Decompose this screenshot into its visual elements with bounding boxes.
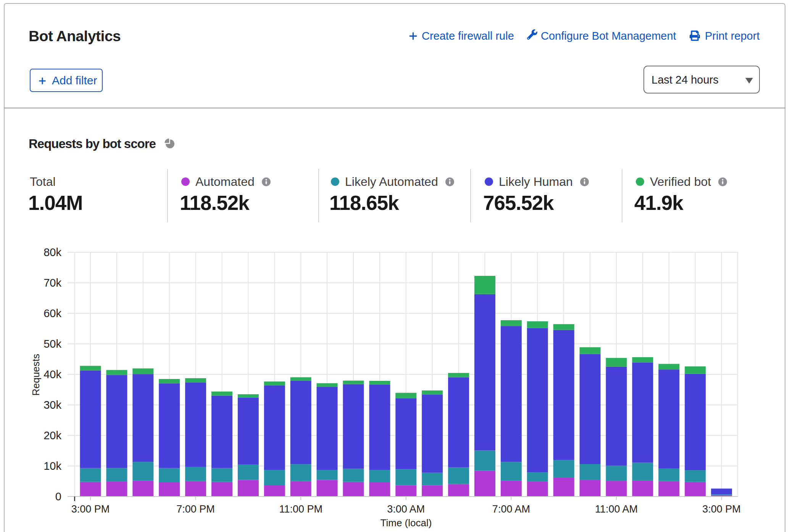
svg-text:50k: 50k	[44, 338, 61, 350]
svg-text:3:00 PM: 3:00 PM	[71, 503, 110, 515]
svg-text:10k: 10k	[44, 460, 61, 472]
svg-text:80k: 80k	[44, 246, 61, 258]
svg-text:20k: 20k	[44, 429, 61, 442]
svg-text:3:00 PM: 3:00 PM	[702, 503, 741, 515]
svg-text:7:00 AM: 7:00 AM	[492, 503, 530, 515]
svg-text:11:00 AM: 11:00 AM	[595, 503, 638, 515]
svg-text:7:00 PM: 7:00 PM	[176, 503, 215, 515]
svg-text:11:00 PM: 11:00 PM	[279, 503, 322, 515]
svg-text:Requests: Requests	[30, 354, 42, 396]
svg-text:Time (local): Time (local)	[380, 517, 432, 529]
svg-text:0: 0	[55, 490, 61, 503]
svg-text:40k: 40k	[44, 368, 61, 380]
svg-text:70k: 70k	[44, 277, 61, 289]
svg-text:3:00 AM: 3:00 AM	[387, 503, 425, 515]
svg-text:60k: 60k	[44, 307, 61, 319]
svg-text:30k: 30k	[44, 399, 61, 411]
